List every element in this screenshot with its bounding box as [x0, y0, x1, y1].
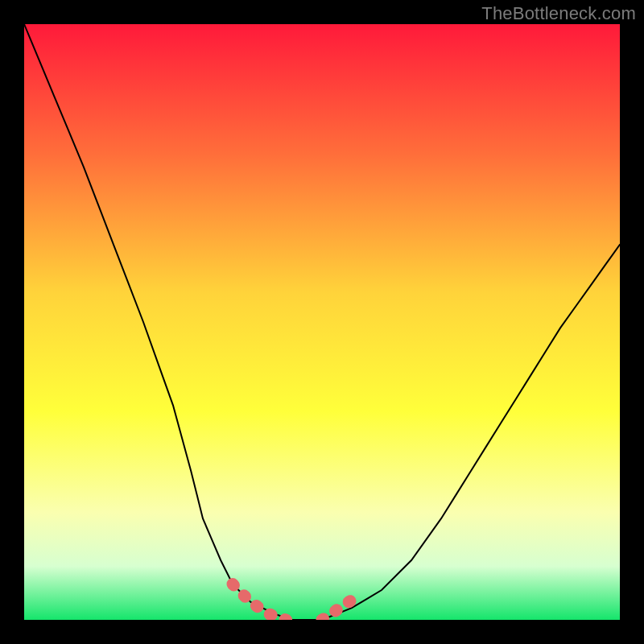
chart-frame: TheBottleneck.com: [0, 0, 644, 644]
gradient-rect: [24, 24, 620, 620]
watermark-text: TheBottleneck.com: [481, 3, 636, 24]
plot-background: [24, 24, 620, 620]
